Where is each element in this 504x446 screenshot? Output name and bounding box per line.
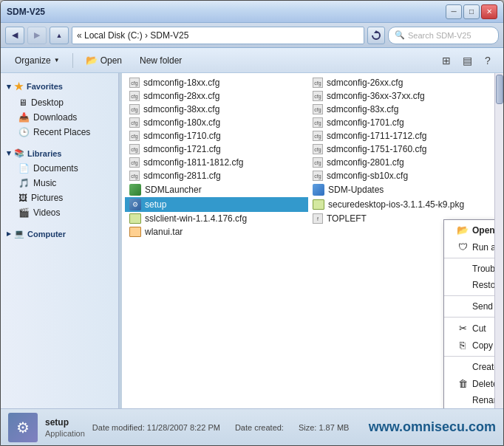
ctx-run-as-admin-label: Run as administrator [472,242,494,253]
ctx-run-as-admin[interactable]: 🛡 Run as administrator [444,239,494,255]
file-list: cfg sdmconfig-18xx.cfg cfg sdmconfig-26x… [122,73,494,241]
file-item-sdmconfig-2801[interactable]: cfg sdmconfig-2801.cfg [308,156,491,169]
file-item-sdmconfig-1721[interactable]: cfg sdmconfig-1721.cfg [125,143,308,156]
file-item-setup[interactable]: ⚙ setup [125,197,308,212]
setup-icon: ⚙ [129,199,141,210]
file-name: SDM-Updates [328,185,384,195]
libraries-section: ▾ 📚 Libraries 📄 Documents 🎵 Music 🖼 Pict… [1,145,118,220]
organize-button[interactable]: Organize ▼ [7,51,68,70]
file-type-icon: ⚙ [8,413,38,442]
file-item-wlanui[interactable]: wlanui.tar [125,225,308,239]
file-item-sdmconfig-26xx[interactable]: cfg sdmconfig-26xx.cfg [308,76,491,89]
sidebar-item-videos[interactable]: 🎬 Videos [1,205,118,220]
file-item-sdmconfig-1701[interactable]: cfg sdmconfig-1701.cfg [308,116,491,129]
file-item-sdmconfig-36xx[interactable]: cfg sdmconfig-36xx-37xx.cfg [308,89,491,103]
view-toggle-button[interactable]: ▤ [457,51,477,70]
scrollbar-track[interactable] [494,73,503,408]
help-button[interactable]: ? [478,51,497,70]
libraries-folder-icon: 📚 [14,148,24,158]
sidebar-item-recent-places[interactable]: 🕒 Recent Places [1,125,118,140]
file-item-sdm-updates[interactable]: SDM-Updates [308,182,491,197]
status-size: Size: 1.87 MB [299,423,349,432]
search-icon: 🔍 [395,30,405,40]
file-item-sdmconfig-28xx[interactable]: cfg sdmconfig-28xx.cfg [125,89,308,103]
explorer-window: SDM-V25 ─ □ ✕ ◀ ▶ ▲ « Local Disk (C:) › … [0,0,504,446]
file-item-sdmconfig-38xx[interactable]: cfg sdmconfig-38xx.cfg [125,103,308,116]
ctx-rename[interactable]: Rename [444,392,494,408]
file-item-securedesktop[interactable]: securedesktop-ios-3.1.1.45-k9.pkg [308,197,491,212]
favorites-label: Favorites [27,82,63,91]
status-bar: ⚙ setup Application Date modified: 11/28… [1,408,503,445]
ctx-create-shortcut[interactable]: Create shortcut [444,359,494,375]
file-item-sdmconfig-18xx[interactable]: cfg sdmconfig-18xx.cfg [125,76,308,89]
computer-header[interactable]: ▸ 💻 Computer [1,226,118,241]
file-item-sslclient[interactable]: sslclient-win-1.1.4.176.cfg [125,212,308,225]
view-options-button[interactable]: ⊞ [437,51,456,70]
ctx-rename-label: Rename [472,395,494,405]
sidebar-item-pictures[interactable]: 🖼 Pictures [1,191,118,205]
minimize-button[interactable]: ─ [446,4,462,19]
cfg-icon: cfg [313,144,323,154]
refresh-button[interactable] [367,27,385,44]
file-icon: f [313,213,323,224]
maximize-button[interactable]: □ [463,4,480,19]
new-folder-button[interactable]: New folder [132,51,190,70]
address-path[interactable]: « Local Disk (C:) › SDM-V25 [72,27,364,44]
ctx-send-to-label: Send to [472,301,494,312]
main-area: ▾ ★ Favorites 🖥 Desktop 📥 Downloads 🕒 Re… [1,73,503,408]
file-name: sslclient-win-1.1.4.176.cfg [145,213,247,224]
cfg-icon: cfg [129,157,140,168]
libraries-header[interactable]: ▾ 📚 Libraries [1,145,118,161]
back-button[interactable]: ◀ [5,27,24,44]
file-item-sdmlauncher[interactable]: SDMLauncher [125,182,308,197]
ctx-restore[interactable]: Restore previous versions [444,277,494,293]
new-folder-label: New folder [140,55,182,66]
status-date-modified: Date modified: 11/28/2007 8:22 PM [92,423,220,432]
close-button[interactable]: ✕ [481,4,497,19]
ctx-delete[interactable]: 🗑 Delete [444,375,494,392]
sidebar-item-downloads[interactable]: 📥 Downloads [1,110,118,125]
file-item-sdmconfig-1710[interactable]: cfg sdmconfig-1710.cfg [125,129,308,143]
file-name: securedesktop-ios-3.1.1.45-k9.pkg [328,199,464,210]
file-item-sdmconfig-83x[interactable]: cfg sdmconfig-83x.cfg [308,103,491,116]
refresh-icon [371,30,381,41]
cfg-icon: cfg [313,131,323,141]
open-button[interactable]: 📂 Open [78,51,130,70]
file-item-sdmconfig-2811[interactable]: cfg sdmconfig-2811.cfg [125,169,308,182]
forward-button[interactable]: ▶ [27,27,47,44]
file-item-sdmconfig-1711[interactable]: cfg sdmconfig-1711-1712.cfg [308,129,491,143]
chevron-down-icon-2: ▾ [7,148,11,158]
file-name: sdmconfig-1710.cfg [143,131,221,141]
file-item-sdmconfig-1811[interactable]: cfg sdmconfig-1811-1812.cfg [125,156,308,169]
favorites-header[interactable]: ▾ ★ Favorites [1,78,118,95]
organize-label: Organize [15,55,51,66]
videos-icon: 🎬 [18,207,30,218]
search-box[interactable]: 🔍 Search SDM-V25 [388,27,499,44]
sidebar-item-music[interactable]: 🎵 Music [1,176,118,191]
status-website: www.omnisecu.com [369,419,496,435]
file-item-sdmconfig-1751[interactable]: cfg sdmconfig-1751-1760.cfg [308,143,491,156]
sidebar-item-documents[interactable]: 📄 Documents [1,161,118,176]
ctx-copy[interactable]: ⎘ Copy [444,337,494,354]
file-name: sdmconfig-26xx.cfg [327,78,403,88]
pkg-icon-2 [129,213,141,224]
sidebar-item-desktop[interactable]: 🖥 Desktop [1,95,118,110]
cfg-icon: cfg [129,171,140,181]
file-item-sdmconfig-180x[interactable]: cfg sdmconfig-180x.cfg [125,116,308,129]
file-name: sdmconfig-38xx.cfg [143,104,219,114]
ctx-send-to[interactable]: Send to [444,298,494,315]
up-button[interactable]: ▲ [50,27,69,44]
file-list-wrapper: cfg sdmconfig-18xx.cfg cfg sdmconfig-26x… [122,73,503,408]
cut-icon: ✂ [456,323,469,334]
file-item-sdmconfig-sb10x[interactable]: cfg sdmconfig-sb10x.cfg [308,169,491,182]
ctx-cut[interactable]: ✂ Cut [444,320,494,337]
cfg-icon: cfg [129,91,140,101]
scrollbar-thumb[interactable] [496,75,503,104]
computer-icon: 💻 [14,229,24,239]
file-name: sdmconfig-1701.cfg [327,117,404,128]
ctx-troubleshoot[interactable]: Troubleshoot compatibility [444,261,494,277]
status-info: setup Application [45,417,85,438]
window-title: SDM-V25 [7,7,446,17]
ctx-open[interactable]: 📂 Open [444,222,494,239]
favorites-section: ▾ ★ Favorites 🖥 Desktop 📥 Downloads 🕒 Re… [1,78,118,140]
